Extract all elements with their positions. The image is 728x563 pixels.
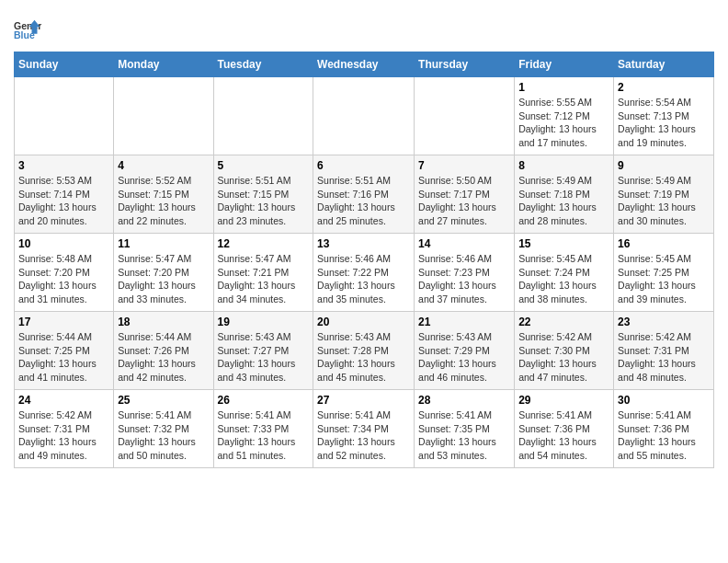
- day-info: Sunrise: 5:52 AMSunset: 7:15 PMDaylight:…: [118, 174, 209, 228]
- logo: General Blue: [14, 17, 45, 44]
- week-row-1: 1Sunrise: 5:55 AMSunset: 7:12 PMDaylight…: [15, 77, 714, 155]
- calendar-cell: 3Sunrise: 5:53 AMSunset: 7:14 PMDaylight…: [15, 155, 114, 234]
- week-row-4: 17Sunrise: 5:44 AMSunset: 7:25 PMDayligh…: [15, 312, 714, 390]
- calendar-cell: 25Sunrise: 5:41 AMSunset: 7:32 PMDayligh…: [114, 390, 213, 468]
- calendar-cell: [313, 77, 415, 155]
- calendar-cell: 1Sunrise: 5:55 AMSunset: 7:12 PMDaylight…: [515, 77, 614, 155]
- day-info: Sunrise: 5:55 AMSunset: 7:12 PMDaylight:…: [518, 96, 609, 150]
- day-info: Sunrise: 5:42 AMSunset: 7:30 PMDaylight:…: [518, 330, 609, 385]
- day-number: 27: [317, 394, 410, 407]
- day-info: Sunrise: 5:49 AMSunset: 7:18 PMDaylight:…: [518, 174, 609, 228]
- day-header-thursday: Thursday: [415, 52, 515, 77]
- day-number: 23: [618, 316, 710, 328]
- calendar-cell: 14Sunrise: 5:46 AMSunset: 7:23 PMDayligh…: [415, 234, 515, 312]
- day-info: Sunrise: 5:42 AMSunset: 7:31 PMDaylight:…: [18, 408, 109, 463]
- calendar-cell: 26Sunrise: 5:41 AMSunset: 7:33 PMDayligh…: [213, 390, 313, 468]
- day-info: Sunrise: 5:54 AMSunset: 7:13 PMDaylight:…: [618, 96, 710, 150]
- header: General Blue: [14, 9, 714, 44]
- day-header-wednesday: Wednesday: [313, 52, 415, 77]
- day-number: 4: [118, 159, 209, 172]
- day-number: 5: [218, 159, 310, 172]
- svg-text:Blue: Blue: [14, 29, 35, 40]
- day-number: 22: [518, 316, 609, 328]
- calendar-cell: 16Sunrise: 5:45 AMSunset: 7:25 PMDayligh…: [614, 234, 714, 312]
- day-number: 30: [618, 394, 710, 407]
- day-number: 18: [118, 316, 209, 328]
- day-info: Sunrise: 5:46 AMSunset: 7:22 PMDaylight:…: [317, 252, 410, 306]
- calendar-cell: 19Sunrise: 5:43 AMSunset: 7:27 PMDayligh…: [213, 312, 313, 390]
- day-header-friday: Friday: [515, 52, 614, 77]
- day-info: Sunrise: 5:41 AMSunset: 7:34 PMDaylight:…: [317, 408, 410, 463]
- day-header-tuesday: Tuesday: [213, 52, 313, 77]
- day-info: Sunrise: 5:50 AMSunset: 7:17 PMDaylight:…: [418, 174, 510, 228]
- day-info: Sunrise: 5:41 AMSunset: 7:32 PMDaylight:…: [118, 408, 209, 463]
- day-number: 16: [618, 237, 710, 250]
- calendar-cell: 6Sunrise: 5:51 AMSunset: 7:16 PMDaylight…: [313, 155, 415, 234]
- day-info: Sunrise: 5:41 AMSunset: 7:33 PMDaylight:…: [218, 408, 310, 463]
- day-info: Sunrise: 5:47 AMSunset: 7:20 PMDaylight:…: [118, 252, 209, 306]
- day-info: Sunrise: 5:51 AMSunset: 7:15 PMDaylight:…: [218, 174, 310, 228]
- day-number: 29: [518, 394, 609, 407]
- calendar-cell: 28Sunrise: 5:41 AMSunset: 7:35 PMDayligh…: [415, 390, 515, 468]
- day-number: 14: [418, 237, 510, 250]
- calendar-cell: 15Sunrise: 5:45 AMSunset: 7:24 PMDayligh…: [515, 234, 614, 312]
- calendar-cell: [213, 77, 313, 155]
- day-number: 6: [317, 159, 410, 172]
- day-number: 17: [18, 316, 109, 328]
- calendar-cell: 20Sunrise: 5:43 AMSunset: 7:28 PMDayligh…: [313, 312, 415, 390]
- calendar-cell: 11Sunrise: 5:47 AMSunset: 7:20 PMDayligh…: [114, 234, 213, 312]
- calendar-cell: 7Sunrise: 5:50 AMSunset: 7:17 PMDaylight…: [415, 155, 515, 234]
- calendar-cell: 13Sunrise: 5:46 AMSunset: 7:22 PMDayligh…: [313, 234, 415, 312]
- day-number: 25: [118, 394, 209, 407]
- day-info: Sunrise: 5:45 AMSunset: 7:24 PMDaylight:…: [518, 252, 609, 306]
- calendar-cell: 23Sunrise: 5:42 AMSunset: 7:31 PMDayligh…: [614, 312, 714, 390]
- day-number: 10: [18, 237, 109, 250]
- week-row-5: 24Sunrise: 5:42 AMSunset: 7:31 PMDayligh…: [15, 390, 714, 468]
- day-info: Sunrise: 5:44 AMSunset: 7:26 PMDaylight:…: [118, 330, 209, 385]
- day-info: Sunrise: 5:53 AMSunset: 7:14 PMDaylight:…: [18, 174, 109, 228]
- day-info: Sunrise: 5:44 AMSunset: 7:25 PMDaylight:…: [18, 330, 109, 385]
- day-info: Sunrise: 5:51 AMSunset: 7:16 PMDaylight:…: [317, 174, 410, 228]
- calendar-cell: 29Sunrise: 5:41 AMSunset: 7:36 PMDayligh…: [515, 390, 614, 468]
- day-number: 12: [218, 237, 310, 250]
- day-number: 11: [118, 237, 209, 250]
- header-row: SundayMondayTuesdayWednesdayThursdayFrid…: [15, 52, 714, 77]
- week-row-3: 10Sunrise: 5:48 AMSunset: 7:20 PMDayligh…: [15, 234, 714, 312]
- day-number: 19: [218, 316, 310, 328]
- calendar-cell: [415, 77, 515, 155]
- day-number: 8: [518, 159, 609, 172]
- day-info: Sunrise: 5:48 AMSunset: 7:20 PMDaylight:…: [18, 252, 109, 306]
- calendar-table: SundayMondayTuesdayWednesdayThursdayFrid…: [14, 52, 714, 468]
- calendar-cell: 10Sunrise: 5:48 AMSunset: 7:20 PMDayligh…: [15, 234, 114, 312]
- calendar-cell: 22Sunrise: 5:42 AMSunset: 7:30 PMDayligh…: [515, 312, 614, 390]
- day-header-saturday: Saturday: [614, 52, 714, 77]
- calendar-cell: 9Sunrise: 5:49 AMSunset: 7:19 PMDaylight…: [614, 155, 714, 234]
- day-header-monday: Monday: [114, 52, 213, 77]
- day-info: Sunrise: 5:49 AMSunset: 7:19 PMDaylight:…: [618, 174, 710, 228]
- calendar-cell: 8Sunrise: 5:49 AMSunset: 7:18 PMDaylight…: [515, 155, 614, 234]
- day-info: Sunrise: 5:41 AMSunset: 7:36 PMDaylight:…: [618, 408, 710, 463]
- calendar-cell: 30Sunrise: 5:41 AMSunset: 7:36 PMDayligh…: [614, 390, 714, 468]
- day-number: 21: [418, 316, 510, 328]
- day-number: 7: [418, 159, 510, 172]
- day-header-sunday: Sunday: [15, 52, 114, 77]
- day-number: 2: [618, 81, 710, 94]
- calendar-cell: 5Sunrise: 5:51 AMSunset: 7:15 PMDaylight…: [213, 155, 313, 234]
- day-number: 3: [18, 159, 109, 172]
- day-info: Sunrise: 5:43 AMSunset: 7:27 PMDaylight:…: [218, 330, 310, 385]
- day-info: Sunrise: 5:43 AMSunset: 7:29 PMDaylight:…: [418, 330, 510, 385]
- day-number: 28: [418, 394, 510, 407]
- day-info: Sunrise: 5:41 AMSunset: 7:36 PMDaylight:…: [518, 408, 609, 463]
- day-number: 13: [317, 237, 410, 250]
- calendar-cell: 2Sunrise: 5:54 AMSunset: 7:13 PMDaylight…: [614, 77, 714, 155]
- calendar-cell: 18Sunrise: 5:44 AMSunset: 7:26 PMDayligh…: [114, 312, 213, 390]
- day-number: 20: [317, 316, 410, 328]
- calendar-cell: [114, 77, 213, 155]
- day-info: Sunrise: 5:45 AMSunset: 7:25 PMDaylight:…: [618, 252, 710, 306]
- week-row-2: 3Sunrise: 5:53 AMSunset: 7:14 PMDaylight…: [15, 155, 714, 234]
- day-number: 9: [618, 159, 710, 172]
- calendar-cell: 27Sunrise: 5:41 AMSunset: 7:34 PMDayligh…: [313, 390, 415, 468]
- calendar-cell: [15, 77, 114, 155]
- day-info: Sunrise: 5:42 AMSunset: 7:31 PMDaylight:…: [618, 330, 710, 385]
- day-number: 1: [518, 81, 609, 94]
